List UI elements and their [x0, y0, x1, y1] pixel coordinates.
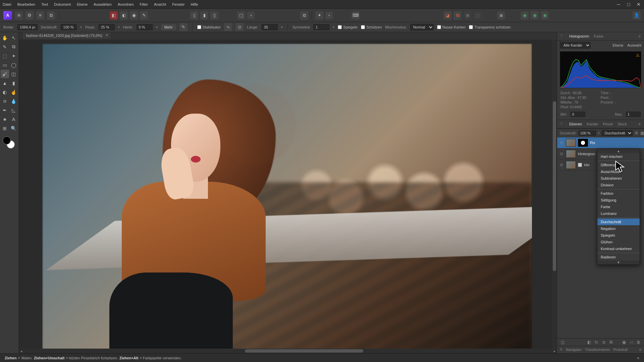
horizontal-scrollbar[interactable]: ◂ ▸: [19, 349, 557, 353]
layer-thumb[interactable]: [566, 139, 576, 147]
snapping-btn[interactable]: ▢: [237, 11, 245, 19]
deckkraft-dropdown-icon[interactable]: ▾: [80, 25, 82, 29]
panel-drag-handle-icon[interactable]: ⠿: [560, 121, 564, 127]
close-icon[interactable]: ✕: [636, 2, 641, 7]
minimize-icon[interactable]: ─: [616, 2, 621, 7]
layer-check[interactable]: [578, 163, 582, 167]
tab-pinsel[interactable]: Pinsel: [602, 121, 613, 127]
breite-input[interactable]: [17, 24, 38, 30]
zoom-tool-icon[interactable]: 🔍: [10, 124, 18, 132]
mesh-tool-icon[interactable]: ⊞: [1, 124, 9, 132]
menu-ansicht[interactable]: Ansicht: [154, 2, 166, 6]
blend-item-durchschnitt[interactable]: Durchschnitt: [597, 219, 640, 225]
foreground-color[interactable]: [3, 136, 11, 144]
blend-item-farbton[interactable]: Farbton: [597, 190, 640, 197]
move-tool-icon[interactable]: ↖: [10, 34, 18, 42]
blend-mode-dropdown[interactable]: ▲ Hart mischen Differenz Ausschluss Subt…: [597, 149, 640, 265]
layer-thumb[interactable]: [566, 150, 576, 158]
haerte-input[interactable]: [137, 24, 153, 30]
assistant-btn[interactable]: ≣: [497, 11, 505, 19]
blend-item-spiegeln[interactable]: Spiegeln: [597, 232, 640, 239]
symmetrie-dropdown-icon[interactable]: ▾: [333, 25, 334, 29]
layer-visibility-icon[interactable]: ⊙: [560, 163, 564, 167]
duplicate-layer-btn[interactable]: ⧉: [453, 11, 462, 19]
blend-item-radieren[interactable]: Radieren: [597, 254, 640, 260]
layer-visibility-icon[interactable]: ⊙: [560, 140, 564, 145]
persona-develop-icon[interactable]: ⚙: [25, 11, 34, 19]
cloud-3-btn[interactable]: ◉: [541, 11, 549, 19]
dropdown-scroll-down-icon[interactable]: ▼: [597, 260, 640, 264]
blend-item-luminanz[interactable]: Luminanz: [597, 210, 640, 217]
layer-row[interactable]: ⊙ Pix: [557, 137, 644, 148]
freehand-select-tool-icon[interactable]: ◯: [10, 61, 18, 69]
color-swatch[interactable]: [3, 136, 15, 148]
canvas-area[interactable]: ◂ ▸: [19, 40, 557, 353]
align-left-btn[interactable]: ▯: [190, 11, 198, 19]
tab-kanaele[interactable]: Kanäle: [586, 121, 599, 127]
document-tab[interactable]: fashion-6146328_1920.jpg [Geändert] (75,…: [23, 32, 110, 39]
panel-drag-handle-icon[interactable]: ⠿: [560, 34, 564, 39]
pen-tool-icon[interactable]: ✒: [1, 106, 9, 114]
move-dropdown-icon[interactable]: ▾: [325, 12, 333, 19]
menu-anordnen[interactable]: Anordnen: [118, 2, 134, 6]
deckkraft-input[interactable]: [61, 24, 77, 30]
scroll-right-icon[interactable]: ▸: [552, 349, 557, 353]
scroll-left-icon[interactable]: ◂: [19, 349, 23, 353]
layer-link-btn-icon[interactable]: ⌘: [608, 340, 614, 345]
hand-tool-icon[interactable]: ✋: [1, 34, 9, 42]
color-wheel-btn[interactable]: ◉: [130, 11, 138, 19]
layer-fx-icon[interactable]: ⚙: [635, 131, 638, 135]
marquee-tool-icon[interactable]: ▭: [1, 61, 9, 69]
persona-liquify-icon[interactable]: ≋: [15, 11, 23, 19]
quickmask-btn[interactable]: ⌨: [352, 11, 360, 19]
layer-delete-btn-icon[interactable]: 🗑: [636, 340, 641, 345]
status-menu-icon[interactable]: ≡: [637, 356, 639, 360]
text-tool-icon[interactable]: A: [10, 115, 18, 123]
panel-menu-icon[interactable]: ≡: [639, 348, 641, 352]
menu-auswaehlen[interactable]: Auswählen: [94, 2, 112, 6]
stabilize-mode1-icon[interactable]: ∿: [224, 23, 232, 31]
menu-filter[interactable]: Filter: [140, 2, 148, 6]
tab-transformieren[interactable]: Transformieren: [585, 348, 610, 352]
blend-item-farbe[interactable]: Farbe: [597, 203, 640, 210]
mehr-button[interactable]: Mehr: [161, 24, 176, 30]
color-picker-tool-icon[interactable]: ✎: [1, 43, 9, 51]
paint-brush-tool-icon[interactable]: 🖌: [1, 70, 9, 78]
arrange-btn[interactable]: ⧉: [300, 11, 308, 19]
swatches-btn[interactable]: ◐: [120, 11, 128, 19]
histogram-warning-icon[interactable]: ⚠: [636, 53, 640, 58]
color-picker-btn[interactable]: ◧: [110, 11, 118, 19]
flood-select-tool-icon[interactable]: ✦: [10, 52, 18, 60]
fill-tool-icon[interactable]: ▲: [1, 79, 9, 87]
laenge-dropdown-icon[interactable]: ▾: [281, 25, 283, 29]
blend-item-ausschluss[interactable]: Ausschluss: [597, 168, 640, 175]
menu-datei[interactable]: Datei: [3, 2, 11, 6]
nasse-kanten-checkbox[interactable]: Nasse Kanten: [437, 25, 466, 29]
schuetzen-checkbox[interactable]: Schützen: [361, 25, 382, 29]
laenge-input[interactable]: [262, 24, 278, 30]
menu-text[interactable]: Text: [41, 2, 48, 6]
shape-tool-icon[interactable]: ★: [1, 115, 9, 123]
tab-protokoll[interactable]: Protokoll: [613, 348, 628, 352]
menu-dokument[interactable]: Dokument: [54, 2, 71, 6]
blur-tool-icon[interactable]: 💧: [10, 97, 18, 105]
document-tab-close-icon[interactable]: ✕: [105, 33, 108, 38]
panel-drag-handle-icon[interactable]: ⠿: [560, 348, 562, 352]
dropdown-scroll-up-icon[interactable]: ▲: [597, 149, 640, 153]
vertical-scrollbar[interactable]: [552, 40, 557, 349]
move-btn[interactable]: ✦: [315, 11, 323, 19]
symmetrie-input[interactable]: [313, 24, 329, 30]
min-input[interactable]: [571, 112, 585, 117]
selection-brush-tool-icon[interactable]: ⬚: [1, 52, 9, 60]
brush-preset-icon[interactable]: ✎: [179, 23, 187, 31]
clone-tool-icon[interactable]: ⧈: [1, 97, 9, 105]
blend-item-gluehen[interactable]: Glühen: [597, 239, 640, 245]
fluss-input[interactable]: [99, 24, 115, 30]
layer-blend-select[interactable]: Durchschnitt: [602, 130, 633, 136]
stabilisator-checkbox[interactable]: Stabilisator: [197, 25, 221, 29]
blend-item-saettigung[interactable]: Sättigung: [597, 197, 640, 203]
blend-item-hart-mischen[interactable]: Hart mischen: [597, 153, 640, 160]
blend-item-kontrast-umkehren[interactable]: Kontrast umkehren: [597, 245, 640, 252]
menu-ebene[interactable]: Ebene: [77, 2, 88, 6]
haerte-dropdown-icon[interactable]: ▾: [156, 25, 158, 29]
